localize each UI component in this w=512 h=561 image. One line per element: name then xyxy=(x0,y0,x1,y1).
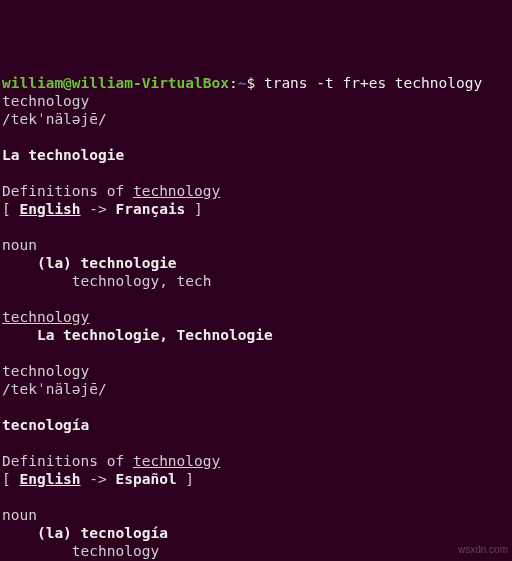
pos-noun: noun xyxy=(2,237,37,253)
es-bracket-open: [ xyxy=(2,471,19,487)
es-main-translation: tecnología xyxy=(2,417,89,433)
fr-sense1: (la) technologie xyxy=(2,255,177,271)
es-pos-noun: noun xyxy=(2,507,37,523)
src-lang: English xyxy=(19,201,80,217)
es-arrow: -> xyxy=(81,471,116,487)
fr-variants: La technologie, Technologie xyxy=(2,327,273,343)
es-phonetic: /tekˈnäləjē/ xyxy=(2,381,107,397)
fr-sense1-back: technology, tech xyxy=(2,273,212,289)
prompt-sep: : xyxy=(229,75,238,91)
definitions-word: technology xyxy=(133,183,220,199)
tgt-lang: Français xyxy=(116,201,186,217)
prompt-user: william@william-VirtualBox xyxy=(2,75,229,91)
bracket-open: [ xyxy=(2,201,19,217)
terminal-output: william@william-VirtualBox:~$ trans -t f… xyxy=(2,74,510,561)
command-text: trans -t fr+es technology xyxy=(255,75,482,91)
es-src-lang: English xyxy=(19,471,80,487)
prompt-dollar: $ xyxy=(246,75,255,91)
es-sense1: (la) tecnología xyxy=(2,525,168,541)
es-definitions-label: Definitions of xyxy=(2,453,133,469)
bracket-close: ] xyxy=(185,201,202,217)
es-sense1-back: technology xyxy=(2,543,159,559)
es-echo-word: technology xyxy=(2,363,89,379)
fr-back-word: technology xyxy=(2,309,89,325)
fr-main-translation: La technologie xyxy=(2,147,124,163)
definitions-label: Definitions of xyxy=(2,183,133,199)
es-bracket-close: ] xyxy=(177,471,194,487)
es-definitions-word: technology xyxy=(133,453,220,469)
es-tgt-lang: Español xyxy=(116,471,177,487)
echo-word: technology xyxy=(2,93,89,109)
watermark: wsxdn.com xyxy=(458,541,508,559)
phonetic: /tekˈnäləjē/ xyxy=(2,111,107,127)
arrow: -> xyxy=(81,201,116,217)
